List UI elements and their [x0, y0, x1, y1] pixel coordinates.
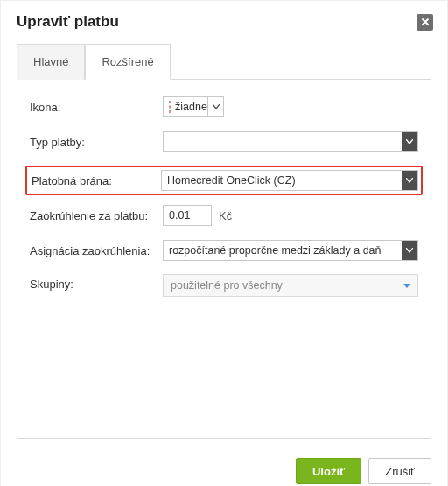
select-groups-placeholder: použitelné pro všechny: [171, 279, 283, 292]
dialog-footer: Uložiť Zrušiť: [1, 447, 447, 486]
row-rounding-assign: Asignácia zaokrúhlenia: rozpočítané prop…: [30, 239, 418, 262]
save-button[interactable]: Uložiť: [296, 458, 361, 484]
chevron-down-icon: [403, 284, 410, 288]
dialog-body: Hlavné Rozšírené Ikona: žiadne Typ platb…: [1, 43, 447, 447]
label-payment-type: Typ platby:: [30, 136, 163, 149]
close-icon: [421, 18, 430, 26]
dialog-title: Upraviť platbu: [17, 13, 119, 31]
select-payment-gateway[interactable]: Homecredit OneClick (CZ): [161, 170, 418, 191]
label-rounding: Zaokrúhlenie za platbu:: [30, 209, 163, 222]
rounding-unit: Kč: [219, 209, 232, 222]
label-icon: Ikona:: [30, 101, 163, 114]
chevron-down-icon: [207, 97, 223, 116]
input-rounding[interactable]: [163, 205, 212, 226]
select-payment-type[interactable]: [163, 131, 418, 152]
select-icon[interactable]: žiadne: [163, 96, 224, 117]
tab-main[interactable]: Hlavné: [17, 44, 85, 80]
chevron-down-icon: [402, 132, 417, 151]
select-groups[interactable]: použitelné pro všechny: [163, 274, 418, 297]
chevron-down-icon: [402, 171, 417, 190]
select-icon-value: žiadne: [164, 97, 207, 116]
edit-payment-dialog: Upraviť platbu Hlavné Rozšírené Ikona: ž…: [0, 0, 448, 486]
label-rounding-assign: Asignácia zaokrúhlenia:: [30, 244, 163, 257]
tab-extended[interactable]: Rozšírené: [85, 44, 170, 80]
highlight-payment-gateway: Platobná brána: Homecredit OneClick (CZ): [25, 166, 423, 195]
row-groups: Skupiny: použitelné pro všechny: [30, 274, 418, 297]
select-rounding-assign[interactable]: rozpočítané proporčne medzi základy a da…: [163, 240, 418, 261]
row-icon: Ikona: žiadne: [30, 95, 418, 118]
row-payment-gateway: Platobná brána: Homecredit OneClick (CZ): [30, 169, 418, 192]
tabs: Hlavné Rozšírené: [17, 43, 431, 80]
row-payment-type: Typ platby:: [30, 130, 418, 153]
label-groups: Skupiny:: [30, 274, 163, 291]
row-rounding: Zaokrúhlenie za platbu: Kč: [30, 204, 418, 227]
label-payment-gateway: Platobná brána:: [30, 174, 161, 187]
chevron-down-icon: [402, 241, 417, 260]
close-button[interactable]: [416, 14, 433, 31]
select-payment-gateway-value: Homecredit OneClick (CZ): [162, 171, 402, 190]
form-extended: Ikona: žiadne Typ platby:: [17, 80, 431, 439]
select-rounding-assign-value: rozpočítané proporčne medzi základy a da…: [164, 241, 402, 260]
dialog-header: Upraviť platbu: [1, 1, 447, 43]
cancel-button[interactable]: Zrušiť: [368, 458, 431, 484]
select-payment-type-value: [164, 132, 402, 151]
